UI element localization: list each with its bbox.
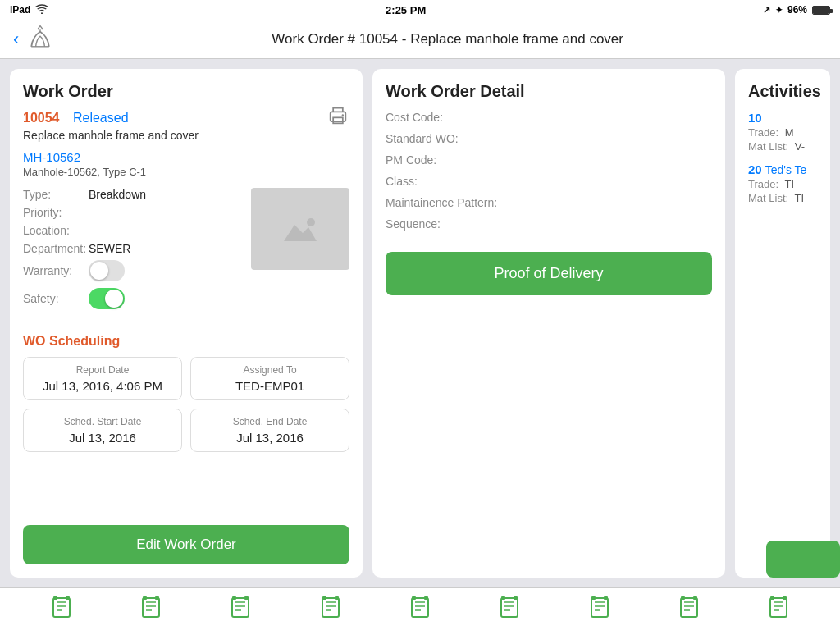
activity-1-matlist-label: Mat List: [748,140,788,153]
sequence-field: Sequence: [386,217,712,231]
activity-2-name[interactable]: Ted's Te [765,163,807,176]
maintenance-pattern-field: Maintainence Pattern: [386,196,712,209]
svg-point-5 [342,114,344,116]
sched-start-label: Sched. Start Date [34,416,171,427]
location-icon: ↗ [763,5,770,16]
warranty-toggle[interactable] [89,260,125,281]
svg-rect-9 [53,598,70,617]
wo-image [251,188,349,270]
svg-rect-21 [232,598,249,617]
assigned-to-card: Assigned To TED-EMP01 [190,357,349,400]
priority-label: Priority: [23,206,89,219]
back-button[interactable]: ‹ [13,25,25,53]
wo-fields: Type: Breakdown Priority: Location: Depa… [23,188,349,316]
tab-icon-2[interactable] [140,596,162,623]
maintenance-pattern-label: Maintainence Pattern: [386,196,497,209]
status-bar: iPad 2:25 PM ↗ ✦ 96% [0,0,840,20]
sequence-label: Sequence: [386,217,441,231]
activities-panel-title: Activities [748,82,817,101]
class-label: Class: [386,175,418,188]
svg-rect-32 [335,596,339,600]
device-label: iPad [10,4,30,16]
svg-rect-62 [783,596,787,600]
sched-end-value: Jul 13, 2016 [201,431,339,445]
assigned-to-label: Assigned To [201,364,339,376]
activity-2-trade-label: Trade: [748,178,778,190]
svg-rect-49 [591,596,596,600]
battery-percent: 96% [788,4,807,16]
warranty-label: Warranty: [23,264,89,277]
tab-icon-5[interactable] [409,596,431,623]
standard-wo-field: Standard WO: [386,132,712,145]
warranty-field: Warranty: [23,260,241,281]
location-label: Location: [23,224,89,237]
work-order-panel: Work Order 10054 Released Replace manhol… [10,69,363,578]
activity-1-matlist: Mat List: V- [748,140,817,153]
edit-work-order-button[interactable]: Edit Work Order [23,525,349,564]
svg-rect-44 [514,596,518,600]
report-date-card: Report Date Jul 13, 2016, 4:06 PM [23,357,182,400]
sched-end-label: Sched. End Date [201,416,339,427]
main-content: Work Order 10054 Released Replace manhol… [0,59,840,587]
tab-icon-1[interactable] [51,596,72,623]
wo-asset-id[interactable]: MH-10562 [23,150,349,164]
sched-end-card: Sched. End Date Jul 13, 2016 [190,409,349,452]
wifi-icon [35,4,48,16]
activity-2-trade-value: TI [784,178,794,190]
svg-rect-27 [322,598,339,617]
svg-rect-20 [155,596,159,600]
scheduling-title: WO Scheduling [23,334,349,349]
svg-point-0 [41,12,43,14]
svg-rect-45 [591,598,608,617]
svg-rect-14 [66,596,70,600]
standard-wo-label: Standard WO: [386,132,459,145]
app-header: ‹ Work Order # 10054 - Replace manhole f… [0,20,840,59]
header-title: Work Order # 10054 - Replace manhole fra… [68,31,827,48]
tab-icon-6[interactable] [499,596,520,623]
svg-rect-15 [143,598,159,617]
activities-action-button[interactable] [766,541,830,578]
work-order-detail-panel: Work Order Detail Cost Code: Standard WO… [372,69,725,578]
activity-item-1: 10 Trade: M Mat List: V- [748,111,817,153]
safety-label: Safety: [23,292,89,305]
wo-number: 10054 [23,111,60,125]
tab-icon-4[interactable] [320,596,341,623]
activity-2-matlist-label: Mat List: [748,192,788,204]
activity-2-number[interactable]: 20 [748,162,762,176]
cost-code-label: Cost Code: [386,111,443,124]
bluetooth-icon: ✦ [775,5,783,16]
detail-panel-title: Work Order Detail [386,82,712,101]
tab-icon-8[interactable] [678,596,700,623]
svg-rect-61 [770,596,774,600]
activity-1-trade-value: M [785,126,794,139]
tab-icon-7[interactable] [589,596,610,623]
svg-rect-39 [501,598,518,617]
tab-icon-9[interactable] [768,596,789,623]
activity-1-matlist-value: V- [795,140,805,153]
safety-toggle[interactable] [89,288,125,309]
activity-1-number[interactable]: 10 [748,111,817,125]
wo-description: Replace manhole frame and cover [23,129,349,142]
report-date-value: Jul 13, 2016, 4:06 PM [34,379,171,393]
svg-rect-57 [770,598,787,617]
svg-rect-19 [143,596,147,600]
activity-2-trade: Trade: TI [748,178,817,190]
activities-action-button-container [766,541,830,578]
svg-rect-51 [681,598,697,617]
status-right: ↗ ✦ 96% [763,4,830,16]
tab-icon-3[interactable] [230,596,251,623]
print-button[interactable] [326,104,349,130]
type-value: Breakdown [89,188,146,201]
activity-item-2: 20 Ted's Te Trade: TI Mat List: TI [748,162,817,204]
class-field: Class: [386,175,712,188]
wo-asset-description: Manhole-10562, Type C-1 [23,166,349,178]
proof-of-delivery-button[interactable]: Proof of Delivery [386,252,712,295]
safety-field: Safety: [23,288,241,309]
report-date-label: Report Date [34,364,171,376]
battery-icon [812,6,830,15]
sched-start-card: Sched. Start Date Jul 13, 2016 [23,409,182,452]
department-label: Department: [23,242,89,255]
logo [25,23,55,56]
svg-rect-56 [693,596,697,600]
pm-code-label: PM Code: [386,153,436,167]
